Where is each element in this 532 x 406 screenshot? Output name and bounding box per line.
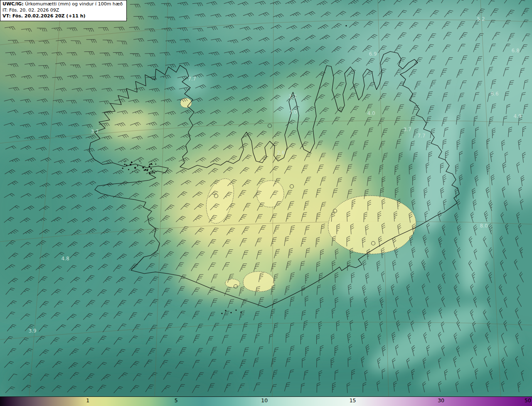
precip-value-label: 3.7 (403, 127, 411, 132)
precip-value-label: 2.7 (288, 94, 296, 100)
colorbar-tick-label: 30 (438, 398, 444, 404)
init-time-line: IT: Fös. 20. 02. 2026 09Z (2, 7, 123, 14)
precip-value-label: 7.7 (188, 76, 196, 82)
colorbar: 1510153050 (0, 396, 532, 406)
title-box: UWC/IG: Úrkomumætti (mm) og vindur í 100… (0, 0, 127, 21)
precip-value-label: 6.8 (511, 48, 519, 54)
weather-map: 5.26.96.87.72.77.06.64.04.93.73.77.72.64… (0, 0, 532, 397)
title-line: UWC/IG: Úrkomumætti (mm) og vindur í 100… (2, 1, 123, 7)
precip-value-label: 8.0 (480, 223, 488, 229)
precip-value-label: 4.0 (367, 110, 375, 116)
precip-value-label: 3.7 (91, 129, 99, 135)
colorbar-tick-label: 1 (86, 398, 89, 404)
precip-value-label: 5.2 (477, 16, 485, 22)
precip-value-label: 3.9 (28, 328, 36, 334)
precip-value-label: 4.8 (61, 256, 69, 262)
precip-value-label: 6.6 (490, 91, 498, 97)
colorbar-tick-label: 50 (525, 398, 531, 404)
valid-time-line: VT: Fös. 20.02.2026 20Z (+11 h) (2, 13, 123, 20)
precip-value-label: 7.0 (289, 109, 297, 115)
map-title: Úrkomumætti (mm) og vindur í 100m hæð (25, 1, 123, 7)
glacier-outline (328, 196, 416, 254)
model-label: UWC/IG: (2, 1, 24, 7)
colorbar-tick-label: 15 (350, 398, 356, 404)
precip-value-label: 7.7 (417, 133, 425, 139)
colorbar-tick-label: 10 (261, 398, 268, 404)
precip-value-label: 2.6 (277, 150, 285, 156)
colorbar-tick-label: 5 (175, 398, 178, 404)
precip-value-label: 4.9 (513, 113, 521, 119)
weather-map-app: 5.26.96.87.72.77.06.64.04.93.73.77.72.64… (0, 0, 532, 406)
precip-value-label: 6.9 (369, 51, 377, 57)
